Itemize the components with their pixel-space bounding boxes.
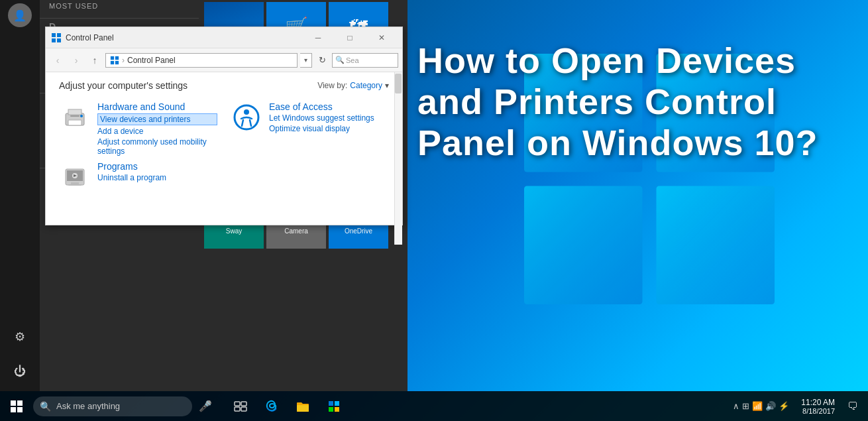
svg-rect-13 bbox=[68, 109, 81, 115]
forward-button[interactable]: › bbox=[68, 52, 84, 68]
taskbar-pinned-icons bbox=[225, 391, 349, 421]
start-button[interactable] bbox=[0, 391, 33, 421]
close-button[interactable]: ✕ bbox=[366, 27, 397, 48]
minimize-button[interactable]: ─ bbox=[303, 27, 333, 48]
cp-adjust-title: Adjust your computer's settings bbox=[59, 80, 188, 91]
svg-rect-15 bbox=[70, 115, 80, 117]
hardware-sound-icon bbox=[59, 101, 91, 133]
view-by-label: View by: bbox=[317, 81, 347, 90]
cp-section-programs: Programs Uninstall a program bbox=[59, 161, 217, 193]
svg-rect-37 bbox=[335, 407, 339, 412]
svg-rect-4 bbox=[52, 33, 56, 37]
svg-rect-5 bbox=[57, 33, 61, 37]
svg-rect-6 bbox=[52, 38, 56, 42]
svg-rect-32 bbox=[241, 407, 246, 411]
svg-rect-33 bbox=[297, 405, 309, 412]
start-menu-left-panel: 👤 ⚙ ⏻ bbox=[0, 0, 40, 391]
address-dropdown[interactable]: ▾ bbox=[300, 53, 312, 68]
edge-browser-button[interactable] bbox=[256, 391, 286, 421]
clock-date: 8/18/2017 bbox=[802, 407, 835, 415]
ease-of-access-icon bbox=[231, 101, 262, 133]
window-titlebar: Control Panel ─ □ ✕ bbox=[46, 27, 402, 48]
address-path[interactable]: › Control Panel bbox=[105, 53, 298, 68]
svg-point-18 bbox=[244, 109, 249, 115]
article-title: How to Open Devices and Printers Control… bbox=[417, 40, 828, 163]
power-icon[interactable]: ⏻ bbox=[7, 358, 33, 385]
svg-rect-7 bbox=[57, 38, 61, 42]
scrollbar-thumb[interactable] bbox=[395, 74, 402, 93]
back-button[interactable]: ‹ bbox=[50, 52, 66, 68]
window-controls: ─ □ ✕ bbox=[303, 27, 397, 48]
volume-icon[interactable]: 🔊 bbox=[765, 401, 776, 411]
svg-rect-29 bbox=[235, 402, 240, 406]
search-icon: 🔍 bbox=[40, 401, 51, 412]
ease-access-links: Ease of Access Let Windows suggest setti… bbox=[269, 101, 374, 156]
svg-rect-31 bbox=[235, 407, 240, 411]
network-icon[interactable]: ⊞ bbox=[742, 401, 749, 411]
svg-rect-3 bbox=[657, 186, 775, 305]
clock-time: 11:20 AM bbox=[801, 398, 835, 407]
visual-display-link[interactable]: Optimize visual display bbox=[269, 124, 374, 133]
battery-icon[interactable]: ⚡ bbox=[779, 401, 789, 411]
cp-section-ease: Ease of Access Let Windows suggest setti… bbox=[231, 101, 389, 156]
search-placeholder: Sea bbox=[346, 56, 359, 64]
store-button[interactable] bbox=[319, 391, 349, 421]
svg-rect-9 bbox=[115, 56, 119, 59]
view-by-dropdown[interactable]: Category bbox=[350, 81, 382, 90]
view-by-chevron-icon: ▾ bbox=[385, 81, 389, 90]
hardware-sound-title[interactable]: Hardware and Sound bbox=[97, 101, 217, 112]
settings-icon[interactable]: ⚙ bbox=[7, 324, 33, 350]
svg-rect-35 bbox=[335, 401, 339, 406]
svg-point-16 bbox=[80, 115, 83, 117]
control-panel-icon bbox=[51, 32, 62, 43]
system-tray: ∧ ⊞ 📶 🔊 ⚡ 11:20 AM 8/18/2017 🗨 bbox=[729, 391, 868, 421]
search-box[interactable]: 🔍 Sea bbox=[332, 53, 398, 68]
svg-rect-25 bbox=[11, 400, 16, 406]
ease-access-title[interactable]: Ease of Access bbox=[269, 101, 374, 112]
cp-header: Adjust your computer's settings View by:… bbox=[59, 80, 389, 91]
programs-links: Programs Uninstall a program bbox=[97, 161, 166, 193]
svg-rect-27 bbox=[11, 407, 16, 412]
taskbar: 🔍 Ask me anything 🎤 bbox=[0, 391, 868, 421]
file-explorer-button[interactable] bbox=[288, 391, 317, 421]
search-placeholder-text: Ask me anything bbox=[56, 401, 120, 411]
task-view-button[interactable] bbox=[225, 391, 255, 421]
window-title-text: Control Panel bbox=[66, 33, 303, 42]
svg-rect-34 bbox=[329, 401, 333, 406]
user-avatar-icon: 👤 bbox=[13, 9, 27, 22]
svg-rect-14 bbox=[68, 120, 81, 125]
cp-sections: Hardware and Sound View devices and prin… bbox=[59, 101, 389, 193]
cp-section-hardware: Hardware and Sound View devices and prin… bbox=[59, 101, 217, 156]
chevron-up-icon[interactable]: ∧ bbox=[733, 401, 739, 411]
svg-rect-21 bbox=[71, 182, 79, 184]
add-device-link[interactable]: Add a device bbox=[97, 127, 217, 136]
svg-rect-28 bbox=[17, 407, 23, 412]
svg-rect-8 bbox=[111, 56, 114, 59]
scrollbar[interactable] bbox=[394, 72, 402, 245]
notification-center-button[interactable]: 🗨 bbox=[843, 391, 863, 421]
taskbar-search-box[interactable]: 🔍 Ask me anything bbox=[33, 396, 192, 416]
refresh-button[interactable]: ↻ bbox=[315, 53, 329, 68]
tile-label: OneDrive bbox=[345, 227, 372, 235]
clock[interactable]: 11:20 AM 8/18/2017 bbox=[794, 398, 841, 415]
svg-rect-26 bbox=[17, 400, 23, 406]
breadcrumb-text: Control Panel bbox=[127, 56, 176, 65]
address-bar: ‹ › ↑ › Control Panel ▾ ↻ 🔍 Sea bbox=[46, 48, 402, 72]
up-button[interactable]: ↑ bbox=[87, 52, 103, 68]
control-panel-window: Control Panel ─ □ ✕ ‹ › ↑ › Control Pane… bbox=[45, 27, 403, 225]
tile-label: Camera bbox=[284, 227, 308, 235]
user-avatar[interactable]: 👤 bbox=[8, 3, 32, 27]
wifi-icon[interactable]: 📶 bbox=[752, 401, 763, 411]
search-icon: 🔍 bbox=[335, 56, 345, 64]
svg-rect-30 bbox=[241, 402, 246, 406]
programs-title[interactable]: Programs bbox=[97, 161, 166, 172]
breadcrumb-separator: › bbox=[122, 56, 125, 65]
maximize-button[interactable]: □ bbox=[335, 27, 365, 48]
view-devices-printers-link[interactable]: View devices and printers bbox=[97, 113, 217, 125]
mobility-settings-link[interactable]: Adjust commonly used mobility settings bbox=[97, 137, 217, 156]
windows-suggest-link[interactable]: Let Windows suggest settings bbox=[269, 113, 374, 123]
microphone-icon[interactable]: 🎤 bbox=[192, 391, 219, 421]
svg-rect-22 bbox=[68, 184, 81, 186]
uninstall-program-link[interactable]: Uninstall a program bbox=[97, 173, 166, 182]
sys-tray-icons: ∧ ⊞ 📶 🔊 ⚡ bbox=[729, 401, 793, 411]
